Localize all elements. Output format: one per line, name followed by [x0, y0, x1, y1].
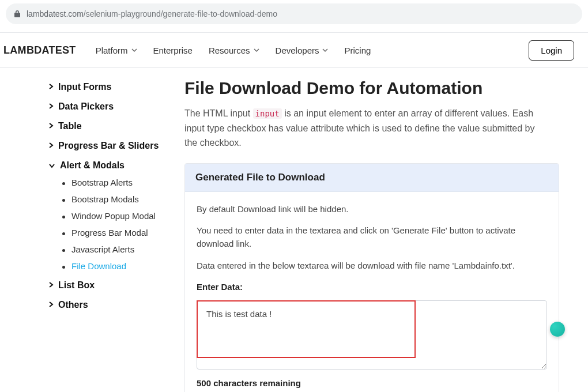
chevron-down-icon: [48, 160, 55, 171]
chevron-down-icon: [254, 47, 259, 53]
sidebar-item-label: Table: [58, 121, 82, 131]
nav-item-label: Pricing: [344, 46, 371, 55]
sidebar-item-data-pickers[interactable]: Data Pickers: [48, 101, 184, 112]
nav-enterprise[interactable]: Enterprise: [153, 46, 193, 55]
sidebar-sub-bootstrap-modals[interactable]: Bootstrap Modals: [62, 194, 184, 204]
instruction-1: By default Download link will be hidden.: [197, 202, 547, 216]
sidebar-item-progress-sliders[interactable]: Progress Bar & Sliders: [48, 141, 184, 151]
textarea-label: Enter Data:: [197, 280, 547, 293]
chevron-right-icon: [48, 141, 54, 151]
sidebar-item-label: Others: [58, 300, 88, 310]
nav-items: Platform Enterprise Resources Developers…: [96, 46, 529, 55]
sidebar-item-table[interactable]: Table: [48, 121, 184, 131]
sidebar-sub-window-popup-modal[interactable]: Window Popup Modal: [62, 211, 184, 221]
url-host: lambdatest.com: [27, 9, 84, 18]
page-title: File Download Demo for Automation: [184, 78, 559, 98]
help-fab[interactable]: [550, 322, 565, 337]
sidebar-item-label: Alert & Modals: [60, 160, 125, 171]
chevron-right-icon: [48, 280, 54, 291]
sidebar-item-label: Progress Bar & Sliders: [58, 141, 159, 151]
chars-remaining: 500 characters remaining: [197, 378, 547, 388]
sidebar-sub-file-download[interactable]: File Download: [62, 261, 184, 271]
sidebar-item-label: List Box: [58, 280, 95, 291]
chevron-down-icon: [131, 47, 137, 53]
login-button[interactable]: Login: [529, 40, 574, 61]
sidebar-item-label: Input Forms: [58, 82, 111, 92]
chevron-right-icon: [48, 121, 54, 131]
sidebar: Input Forms Data Pickers Table Progress …: [0, 78, 184, 392]
page-intro: The HTML input input is an input element…: [184, 106, 542, 150]
nav-resources[interactable]: Resources: [209, 46, 259, 55]
sidebar-item-alert-modals[interactable]: Alert & Modals: [48, 160, 184, 171]
top-nav: LAMBDATEST Platform Enterprise Resources…: [0, 32, 588, 68]
url-path: /selenium-playground/generate-file-to-do…: [84, 9, 277, 18]
sidebar-sub-progress-bar-modal[interactable]: Progress Bar Modal: [62, 228, 184, 238]
sidebar-item-input-forms[interactable]: Input Forms: [48, 82, 184, 92]
instruction-2: You need to enter data in the textarea a…: [197, 224, 547, 251]
intro-text-before: The HTML input: [184, 108, 253, 118]
panel-header: Generated File to Download: [185, 164, 559, 192]
url-bar[interactable]: lambdatest.com/selenium-playground/gener…: [6, 3, 582, 24]
nav-developers[interactable]: Developers: [276, 46, 329, 55]
chevron-right-icon: [48, 82, 54, 92]
lock-icon: [14, 10, 21, 18]
nav-item-label: Developers: [276, 46, 319, 55]
nav-platform[interactable]: Platform: [96, 46, 137, 55]
sidebar-item-label: Data Pickers: [58, 101, 114, 112]
nav-item-label: Enterprise: [153, 46, 193, 55]
nav-pricing[interactable]: Pricing: [344, 46, 371, 55]
data-textarea[interactable]: [197, 300, 547, 370]
sidebar-item-others[interactable]: Others: [48, 300, 184, 310]
sidebar-sub-javascript-alerts[interactable]: Javascript Alerts: [62, 244, 184, 254]
nav-item-label: Platform: [96, 46, 128, 55]
content: File Download Demo for Automation The HT…: [184, 78, 588, 392]
nav-item-label: Resources: [209, 46, 250, 55]
sidebar-item-list-box[interactable]: List Box: [48, 280, 184, 291]
chevron-right-icon: [48, 101, 54, 112]
sidebar-sub-bootstrap-alerts[interactable]: Bootstrap Alerts: [62, 178, 184, 187]
generated-file-panel: Generated File to Download By default Do…: [184, 163, 559, 392]
chevron-right-icon: [48, 300, 54, 310]
instruction-3: Data entered in the below textarea will …: [197, 259, 547, 272]
intro-code: input: [253, 108, 282, 119]
brand-logo[interactable]: LAMBDATEST: [3, 44, 76, 56]
chevron-down-icon: [322, 47, 328, 53]
